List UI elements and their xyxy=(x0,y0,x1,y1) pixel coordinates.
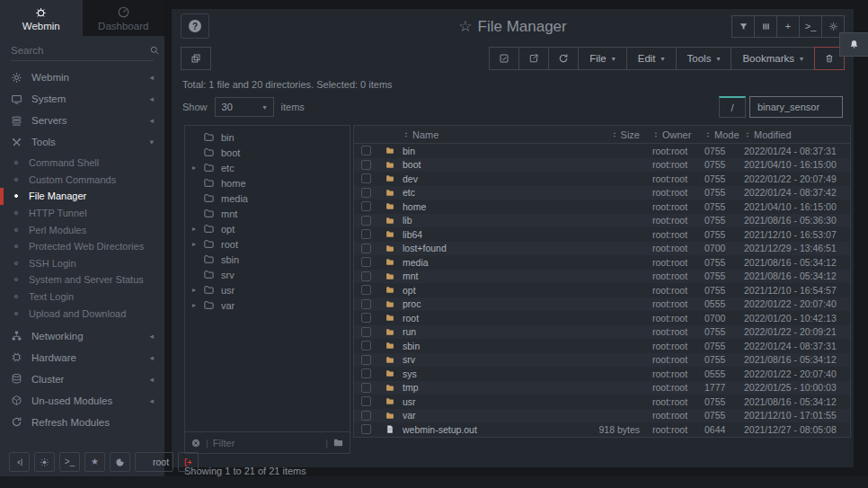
table-row[interactable]: homeroot:root07552021/04/10 - 16:15:00 xyxy=(354,200,850,214)
menu-edit-button[interactable]: Edit▾ xyxy=(626,47,677,70)
collapse-sidebar-button[interactable] xyxy=(9,452,30,472)
table-row[interactable]: optroot:root07552021/12/10 - 16:54:57 xyxy=(354,283,850,297)
refresh-button[interactable] xyxy=(548,47,579,70)
logout-button[interactable] xyxy=(178,452,199,472)
sidebar-item-webmin[interactable]: Webmin◂ xyxy=(0,67,164,88)
table-row[interactable]: rootroot:root07002022/01/20 - 10:42:13 xyxy=(354,311,850,325)
sidebar-item-networking[interactable]: Networking◂ xyxy=(0,325,164,347)
menu-tools-button[interactable]: Tools▾ xyxy=(676,47,732,70)
row-checkbox[interactable] xyxy=(361,355,371,365)
tree-item-usr[interactable]: ▸usr xyxy=(185,282,350,297)
submenu-item-upload-and-download[interactable]: Upload and Download xyxy=(0,305,164,322)
row-checkbox[interactable] xyxy=(361,216,371,226)
menu-file-button[interactable]: File▾ xyxy=(578,47,627,70)
row-checkbox[interactable] xyxy=(361,368,371,378)
row-checkbox[interactable] xyxy=(361,146,371,155)
row-checkbox[interactable] xyxy=(361,173,371,183)
theme-button[interactable] xyxy=(34,452,55,472)
row-checkbox[interactable] xyxy=(361,244,371,253)
tree-item-srv[interactable]: srv xyxy=(185,267,350,282)
table-row[interactable]: webmin-setup.out918 bytesroot:root064420… xyxy=(354,422,850,437)
tree-item-root[interactable]: ▸root xyxy=(185,236,350,252)
submenu-item-file-manager[interactable]: File Manager xyxy=(0,188,164,205)
tab-webmin[interactable]: Webmin xyxy=(0,0,83,36)
terminal-button[interactable]: >_ xyxy=(799,15,822,38)
table-row[interactable]: etcroot:root07552022/01/24 - 08:37:42 xyxy=(354,186,850,200)
tab-dashboard[interactable]: Dashboard xyxy=(83,0,165,36)
table-row[interactable]: binroot:root07552022/01/24 - 08:37:31 xyxy=(354,144,850,158)
palette-button[interactable] xyxy=(110,452,130,472)
row-checkbox[interactable] xyxy=(361,188,371,198)
row-checkbox[interactable] xyxy=(361,411,371,421)
tree-item-media[interactable]: media xyxy=(185,191,350,206)
sidebar-item-servers[interactable]: Servers◂ xyxy=(0,110,164,131)
expander-icon[interactable]: ▸ xyxy=(192,286,203,294)
table-row[interactable]: sbinroot:root07552022/01/24 - 08:37:31 xyxy=(354,339,850,353)
folder-filter-icon[interactable] xyxy=(332,437,344,448)
table-row[interactable]: mediaroot:root07552021/08/16 - 05:34:12 xyxy=(354,255,850,270)
table-row[interactable]: usrroot:root07552021/08/16 - 05:34:12 xyxy=(354,395,850,409)
terminal-button[interactable]: >_ xyxy=(59,452,80,472)
open-in-new-button[interactable] xyxy=(518,47,549,70)
tree-filter-input[interactable] xyxy=(213,438,321,448)
tree-item-etc[interactable]: ▸etc xyxy=(185,160,350,175)
expander-icon[interactable]: ▸ xyxy=(192,164,203,172)
sidebar-item-cluster[interactable]: Cluster◂ xyxy=(0,368,164,390)
tree-item-opt[interactable]: ▸opt xyxy=(185,221,350,236)
root-path-button[interactable]: / xyxy=(719,96,746,118)
table-row[interactable]: libroot:root07552021/08/16 - 05:36:30 xyxy=(354,214,850,228)
row-checkbox[interactable] xyxy=(361,229,371,239)
tree-item-home[interactable]: home xyxy=(185,175,350,191)
submenu-item-text-login[interactable]: Text Login xyxy=(0,288,164,306)
submenu-item-command-shell[interactable]: Command Shell xyxy=(0,155,164,172)
table-row[interactable]: runroot:root07552022/01/22 - 20:09:21 xyxy=(354,325,850,340)
tree-item-sbin[interactable]: sbin xyxy=(185,252,350,267)
sidebar-item-system[interactable]: System◂ xyxy=(0,88,164,110)
expander-icon[interactable]: ▸ xyxy=(192,225,203,233)
column-header-modified[interactable]: Modified xyxy=(744,129,850,140)
submenu-item-ssh-login[interactable]: SSH Login xyxy=(0,255,164,272)
row-checkbox[interactable] xyxy=(361,160,371,170)
row-checkbox[interactable] xyxy=(361,257,371,267)
table-row[interactable]: devroot:root07552022/01/22 - 20:07:49 xyxy=(354,172,850,186)
add-button[interactable]: + xyxy=(776,15,800,38)
sidebar-item-hardware[interactable]: Hardware◂ xyxy=(0,347,164,368)
select-all-button[interactable] xyxy=(489,47,519,70)
submenu-item-system-and-server-status[interactable]: System and Server Status xyxy=(0,271,164,288)
column-header-mode[interactable]: Mode xyxy=(704,129,744,140)
columns-button[interactable] xyxy=(754,15,777,38)
table-row[interactable]: bootroot:root07552021/04/10 - 16:15:00 xyxy=(354,158,850,173)
expander-icon[interactable]: ▸ xyxy=(192,301,203,309)
show-count-select[interactable]: 30 ▾ xyxy=(215,97,274,117)
favorites-button[interactable]: ★ xyxy=(84,452,105,472)
table-row[interactable]: lost+foundroot:root07002021/12/29 - 13:4… xyxy=(354,242,850,256)
table-row[interactable]: varroot:root07552021/12/10 - 17:01:55 xyxy=(354,409,850,423)
user-button[interactable]: root xyxy=(135,452,173,472)
column-header-name[interactable]: Name xyxy=(403,129,570,140)
row-checkbox[interactable] xyxy=(361,327,371,337)
tree-item-bin[interactable]: bin xyxy=(185,129,350,145)
sidebar-item-tools[interactable]: Tools▾ xyxy=(0,131,164,153)
row-checkbox[interactable] xyxy=(361,201,371,211)
help-button[interactable]: ? xyxy=(181,13,209,39)
row-checkbox[interactable] xyxy=(361,341,371,350)
filter-button[interactable] xyxy=(731,15,755,38)
column-header-owner[interactable]: Owner xyxy=(652,129,704,140)
row-checkbox[interactable] xyxy=(361,424,371,434)
tree-item-boot[interactable]: boot xyxy=(185,145,350,160)
row-checkbox[interactable] xyxy=(361,396,371,406)
submenu-item-perl-modules[interactable]: Perl Modules xyxy=(0,221,164,238)
table-row[interactable]: lib64root:root07552021/12/10 - 16:53:07 xyxy=(354,227,850,242)
table-row[interactable]: procroot:root05552022/01/22 - 20:07:40 xyxy=(354,297,850,312)
menu-bookmarks-button[interactable]: Bookmarks▾ xyxy=(731,47,815,70)
submenu-item-custom-commands[interactable]: Custom Commands xyxy=(0,172,164,189)
tree-item-var[interactable]: ▸var xyxy=(185,297,350,313)
row-checkbox[interactable] xyxy=(361,285,371,295)
tree-item-mnt[interactable]: mnt xyxy=(185,206,350,221)
search-input[interactable] xyxy=(11,45,149,56)
sidebar-item-refresh-modules[interactable]: Refresh Modules xyxy=(0,412,164,433)
sidebar-item-un-used-modules[interactable]: Un-used Modules◂ xyxy=(0,390,164,412)
path-input[interactable] xyxy=(749,96,843,118)
table-row[interactable]: sysroot:root05552022/01/22 - 20:07:40 xyxy=(354,367,850,381)
clear-filter-icon[interactable] xyxy=(190,438,201,448)
